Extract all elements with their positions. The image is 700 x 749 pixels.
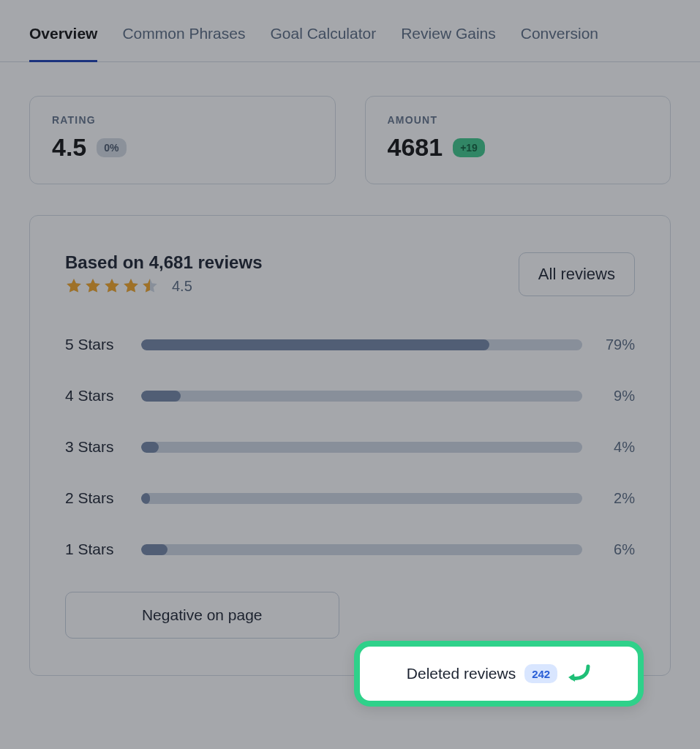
star-icon — [141, 277, 159, 295]
dist-row[interactable]: 4 Stars9% — [65, 387, 635, 404]
deleted-reviews-count-pill: 242 — [524, 664, 557, 683]
amount-value: 4681 — [388, 133, 443, 162]
dist-row-pct: 9% — [592, 388, 635, 404]
rating-distribution: 5 Stars79%4 Stars9%3 Stars4%2 Stars2%1 S… — [65, 336, 635, 558]
dist-bar — [141, 493, 582, 504]
tab-overview[interactable]: Overview — [29, 25, 97, 62]
rating-card: RATING 4.5 0% — [29, 96, 336, 184]
dist-row-pct: 6% — [592, 541, 635, 558]
rating-card-label: RATING — [52, 114, 313, 126]
dist-row[interactable]: 3 Stars4% — [65, 438, 635, 456]
based-on-text: Based on 4,681 reviews — [65, 252, 262, 273]
rating-delta-pill: 0% — [97, 138, 126, 157]
tab-review-gains[interactable]: Review Gains — [401, 25, 496, 61]
dist-bar-fill — [141, 339, 489, 350]
deleted-reviews-callout[interactable]: Deleted reviews 242 — [354, 641, 644, 707]
dist-row-label: 1 Stars — [65, 541, 131, 558]
stat-cards-row: RATING 4.5 0% AMOUNT 4681 +19 — [0, 62, 700, 184]
bottom-buttons: Negative on page — [65, 592, 635, 639]
dist-bar-fill — [141, 442, 159, 453]
dist-row-label: 5 Stars — [65, 336, 131, 353]
reviews-header: Based on 4,681 reviews 4.5 All reviews — [65, 252, 635, 296]
dist-bar-fill — [141, 544, 168, 555]
dist-bar-fill — [141, 391, 181, 402]
reviews-summary: Based on 4,681 reviews 4.5 — [65, 252, 262, 295]
reviews-panel: Based on 4,681 reviews 4.5 All reviews 5… — [29, 215, 671, 676]
amount-card: AMOUNT 4681 +19 — [365, 96, 671, 184]
tabs: Overview Common Phrases Goal Calculator … — [0, 0, 700, 62]
tab-goal-calculator[interactable]: Goal Calculator — [270, 25, 376, 61]
dist-row[interactable]: 2 Stars2% — [65, 489, 635, 507]
amount-card-label: AMOUNT — [388, 114, 649, 126]
amount-delta-pill: +19 — [453, 138, 485, 157]
dist-bar — [141, 339, 582, 350]
stars-rating-number: 4.5 — [172, 278, 192, 295]
dist-row-label: 3 Stars — [65, 438, 131, 456]
dist-row-label: 2 Stars — [65, 489, 131, 507]
all-reviews-button[interactable]: All reviews — [519, 252, 635, 296]
deleted-reviews-label: Deleted reviews — [407, 665, 516, 682]
dist-bar — [141, 391, 582, 402]
stars-icon-group — [65, 277, 159, 295]
dist-row[interactable]: 5 Stars79% — [65, 336, 635, 353]
dist-row-pct: 79% — [592, 336, 635, 353]
dist-row[interactable]: 1 Stars6% — [65, 541, 635, 558]
star-icon — [65, 277, 83, 295]
rating-card-value-row: 4.5 0% — [52, 133, 313, 162]
amount-card-value-row: 4681 +19 — [388, 133, 649, 162]
tab-conversion[interactable]: Conversion — [521, 25, 598, 61]
star-icon — [84, 277, 102, 295]
dist-row-pct: 4% — [592, 439, 635, 456]
tab-common-phrases[interactable]: Common Phrases — [122, 25, 245, 61]
dist-row-pct: 2% — [592, 490, 635, 507]
dist-row-label: 4 Stars — [65, 387, 131, 404]
dist-bar-fill — [141, 493, 150, 504]
arrow-curve-icon — [566, 663, 591, 684]
star-icon — [103, 277, 121, 295]
rating-value: 4.5 — [52, 133, 86, 162]
dist-bar — [141, 442, 582, 453]
negative-on-page-button[interactable]: Negative on page — [65, 592, 339, 639]
stars-row: 4.5 — [65, 277, 262, 295]
page-root: Overview Common Phrases Goal Calculator … — [0, 0, 700, 749]
star-icon — [122, 277, 140, 295]
dist-bar — [141, 544, 582, 555]
